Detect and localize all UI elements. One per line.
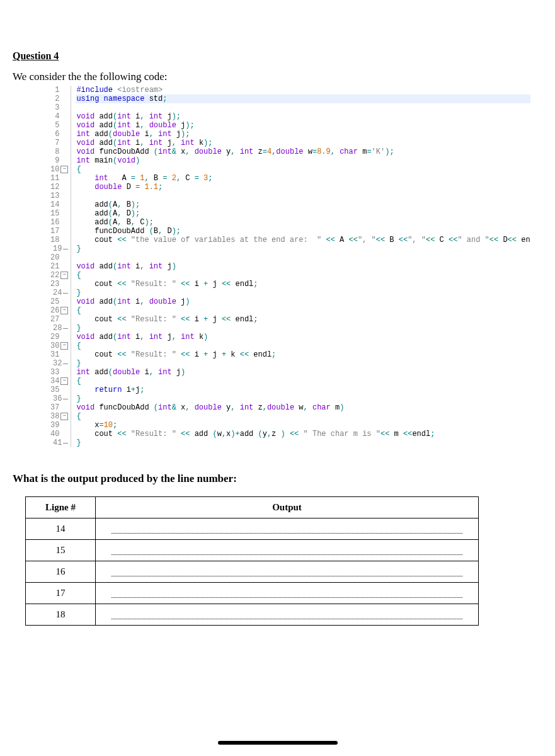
code-line: int A = 1, B = 2, C = 3; [76, 174, 530, 183]
code-line: { [76, 165, 530, 174]
code-line: void add(int i, double j) [76, 297, 530, 306]
line-number: 21 [50, 262, 68, 271]
code-line: void funcDoubAdd (int& x, double y, int … [76, 403, 530, 412]
fold-end-icon [63, 443, 68, 444]
line-number: 19 [50, 244, 68, 253]
code-line: cout << "Result: " << add (w,x)+add (y,z… [76, 430, 530, 438]
line-number: 40 [50, 430, 68, 438]
fold-end-icon [63, 328, 68, 329]
line-number: 30− [50, 341, 68, 350]
code-block: 12345678910−111213141516171819202122−232… [50, 86, 542, 447]
output-cell[interactable] [96, 604, 479, 626]
line-number: 1 [50, 86, 68, 94]
output-cell[interactable] [96, 518, 479, 540]
line-number: 15 [50, 209, 68, 218]
line-number: 18 [50, 236, 68, 244]
line-number: 2 [50, 94, 68, 103]
code-line: funcDoubAdd (B, D); [76, 227, 530, 236]
code-line: } [76, 289, 530, 297]
code-line: x=10; [76, 421, 530, 430]
line-number: 25 [50, 297, 68, 306]
line-number: 9 [50, 156, 68, 165]
code-line: void add(int i, int j, int k) [76, 333, 530, 341]
sub-question: What is the output produced by the line … [13, 472, 542, 485]
line-number-cell: 15 [26, 540, 96, 561]
code-line: double D = 1.1; [76, 183, 530, 192]
code-line: void add(int i, double j); [76, 121, 530, 130]
line-number: 24 [50, 289, 68, 297]
line-number: 10− [50, 165, 68, 174]
code-line: add(A, B); [76, 200, 530, 209]
line-number: 11 [50, 174, 68, 183]
table-row: 17 [26, 583, 479, 604]
code-line: { [76, 341, 530, 350]
line-number: 8 [50, 147, 68, 156]
code-line: cout << "the value of variables at the e… [76, 236, 530, 244]
question-title: Question 4 [13, 50, 542, 62]
fold-end-icon [63, 249, 68, 249]
table-row: 18 [26, 604, 479, 626]
code-line: using namespace std; [76, 94, 530, 103]
code-line: void add(int i, int j, int k); [76, 139, 530, 147]
code-line: #include <iostream> [76, 86, 530, 94]
fold-icon[interactable]: − [60, 413, 68, 420]
code-line [76, 192, 530, 200]
output-cell[interactable] [96, 561, 479, 583]
line-number: 35 [50, 386, 68, 394]
fold-icon[interactable]: − [60, 272, 68, 279]
fold-icon[interactable]: − [60, 166, 68, 173]
code-line: { [76, 377, 530, 386]
document-page: Question 4 We consider the the following… [0, 0, 555, 756]
table-row: 15 [26, 540, 479, 561]
intro-text: We consider the the following code: [13, 71, 542, 83]
code-line: cout << "Result: " << i + j + k << endl; [76, 350, 530, 359]
code-line: { [76, 412, 530, 421]
line-number-cell: 14 [26, 518, 96, 540]
line-number: 23 [50, 280, 68, 289]
fold-end-icon [63, 293, 68, 294]
code-line: } [76, 394, 530, 403]
line-number: 16 [50, 218, 68, 227]
code-line: int main(void) [76, 156, 530, 165]
line-number: 26− [50, 306, 68, 315]
line-number-cell: 17 [26, 583, 96, 604]
line-number-cell: 16 [26, 561, 96, 583]
line-number-cell: 18 [26, 604, 96, 626]
line-number: 34− [50, 377, 68, 386]
code-line: void funcDoubAdd (int& x, double y, int … [76, 147, 530, 156]
output-cell[interactable] [96, 583, 479, 604]
line-number: 32 [50, 359, 68, 368]
line-number: 29 [50, 333, 68, 341]
line-number: 36 [50, 394, 68, 403]
code-line: cout << "Result: " << i + j << endl; [76, 315, 530, 324]
line-gutter: 12345678910−111213141516171819202122−232… [50, 86, 71, 447]
code-line [76, 103, 530, 112]
line-number: 41 [50, 438, 68, 447]
code-line: void add(int i, int j) [76, 262, 530, 271]
code-line: int add(double i, int j) [76, 368, 530, 377]
line-number: 37 [50, 403, 68, 412]
code-line: } [76, 359, 530, 368]
line-number: 17 [50, 227, 68, 236]
home-indicator [218, 741, 338, 745]
line-number: 31 [50, 350, 68, 359]
line-number: 3 [50, 103, 68, 112]
code-line: return i+j; [76, 386, 530, 394]
fold-icon[interactable]: − [60, 307, 68, 314]
line-number: 39 [50, 421, 68, 430]
fold-icon[interactable]: − [60, 377, 68, 385]
code-line [76, 253, 530, 262]
table-row: 16 [26, 561, 479, 583]
code-line: { [76, 306, 530, 315]
code-line: cout << "Result: " << i + j << endl; [76, 280, 530, 289]
line-number: 20 [50, 253, 68, 262]
output-cell[interactable] [96, 540, 479, 561]
line-number: 14 [50, 200, 68, 209]
line-number: 7 [50, 139, 68, 147]
code-line: add(A, D); [76, 209, 530, 218]
code-line: } [76, 324, 530, 333]
code-line: int add(double i, int j); [76, 130, 530, 139]
fold-icon[interactable]: − [60, 342, 68, 350]
table-row: 14 [26, 518, 479, 540]
fold-end-icon [63, 399, 68, 399]
